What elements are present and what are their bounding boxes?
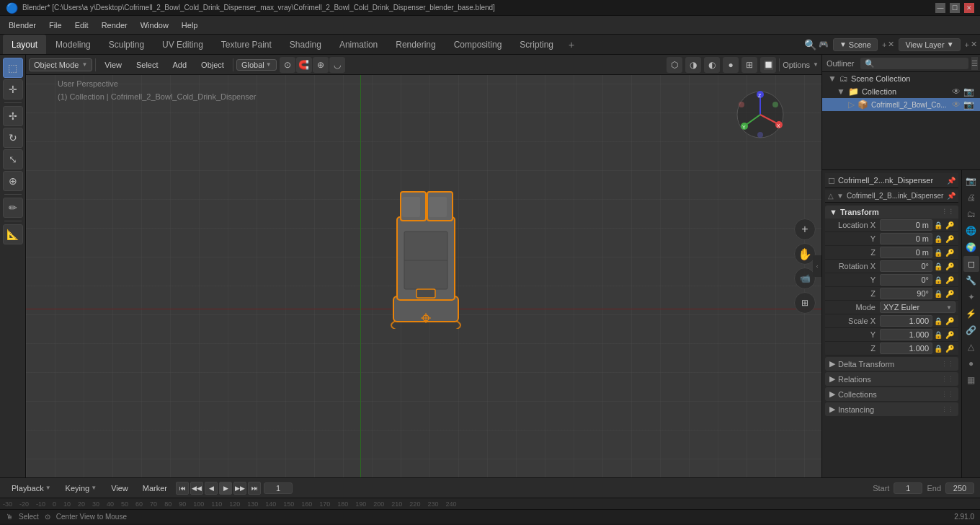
rotation-y-animate-icon[interactable]: 🔑 xyxy=(945,276,956,284)
scale-y-lock-icon[interactable]: 🔒 xyxy=(934,331,944,339)
view-layer-props-button[interactable]: 🗂 xyxy=(963,206,979,222)
rotation-z-lock-icon[interactable]: 🔒 xyxy=(934,290,944,298)
rotation-y-lock-icon[interactable]: 🔒 xyxy=(934,276,944,284)
viewport[interactable]: Object Mode ▼ View Select Add Object Glo… xyxy=(26,55,821,477)
modifier-props-button[interactable]: 🔧 xyxy=(963,273,979,288)
tab-shading[interactable]: Shading xyxy=(281,35,330,54)
transform-orientation-select[interactable]: Global ▼ xyxy=(236,59,277,71)
panel-collapse-button[interactable]: ‹ xyxy=(813,255,821,277)
select-menu-button[interactable]: Select xyxy=(130,59,164,71)
scale-x-animate-icon[interactable]: 🔑 xyxy=(945,317,956,325)
options-label[interactable]: Options xyxy=(783,61,810,69)
add-workspace-button[interactable]: + xyxy=(563,37,580,53)
render-props-button[interactable]: 📷 xyxy=(963,173,979,189)
physics-props-button[interactable]: ⚡ xyxy=(963,306,979,322)
object-pin-icon[interactable]: 📌 xyxy=(947,177,956,185)
location-z-value[interactable]: 0 m xyxy=(880,247,932,258)
annotate-tool[interactable]: ✏ xyxy=(3,198,23,218)
scene-props-button[interactable]: 🌐 xyxy=(963,223,979,239)
location-z-lock-icon[interactable]: 🔒 xyxy=(934,249,944,257)
snap-button[interactable]: 🧲 xyxy=(296,57,312,73)
object-data-dropdown-icon[interactable]: ▼ xyxy=(837,192,844,200)
material-props-button[interactable]: ● xyxy=(963,356,979,371)
scene-tab[interactable]: ▼ Scene xyxy=(833,38,878,51)
scale-y-value[interactable]: 1.000 xyxy=(880,329,932,340)
tab-layout[interactable]: Layout xyxy=(3,35,46,54)
add-menu-button[interactable]: Add xyxy=(167,59,193,71)
texture-props-button[interactable]: ▦ xyxy=(963,372,979,388)
scale-y-animate-icon[interactable]: 🔑 xyxy=(945,331,956,339)
close-button[interactable]: ✕ xyxy=(964,3,974,13)
timeline-numbers[interactable]: -30 -20 -10 0 10 20 30 40 50 60 70 80 90… xyxy=(0,498,980,509)
current-frame-input[interactable]: 1 xyxy=(264,482,293,494)
scale-tool[interactable]: ⤡ xyxy=(3,149,23,169)
timeline-view-button[interactable]: View xyxy=(105,482,134,494)
cursor-tool[interactable]: ✛ xyxy=(3,79,23,100)
location-x-animate-icon[interactable]: 🔑 xyxy=(945,221,956,229)
menu-window[interactable]: Window xyxy=(135,19,174,31)
object-data-props-button[interactable]: △ xyxy=(963,339,979,355)
menu-blender[interactable]: Blender xyxy=(3,19,42,31)
jump-end-button[interactable]: ⏭ xyxy=(248,482,261,495)
rotation-x-animate-icon[interactable]: 🔑 xyxy=(945,262,956,270)
rotate-tool[interactable]: ↻ xyxy=(3,128,23,148)
viewport-axis-gizmo[interactable]: Z X Y xyxy=(735,89,785,140)
location-y-lock-icon[interactable]: 🔒 xyxy=(934,235,944,243)
play-button[interactable]: ▶ xyxy=(219,482,232,495)
location-x-lock-icon[interactable]: 🔒 xyxy=(934,221,944,229)
tab-texture-paint[interactable]: Texture Paint xyxy=(213,35,280,54)
outliner-search-input[interactable] xyxy=(860,58,968,69)
location-y-animate-icon[interactable]: 🔑 xyxy=(945,235,956,243)
prev-frame-button[interactable]: ◀ xyxy=(205,482,218,495)
marker-button[interactable]: Marker xyxy=(137,482,173,494)
scale-x-value[interactable]: 1.000 xyxy=(880,315,932,327)
outliner-scene-collection[interactable]: ▼ 🗂 Scene Collection xyxy=(822,72,980,85)
viewport-shading-render-button[interactable]: ● xyxy=(723,57,739,73)
menu-edit[interactable]: Edit xyxy=(69,19,94,31)
select-box-tool[interactable]: ⬚ xyxy=(3,58,23,78)
maximize-button[interactable]: ☐ xyxy=(950,3,960,13)
menu-file[interactable]: File xyxy=(43,19,68,31)
particles-props-button[interactable]: ✦ xyxy=(963,289,979,305)
move-tool[interactable]: ✢ xyxy=(3,106,23,126)
measure-tool[interactable]: 📐 xyxy=(3,224,23,244)
tab-scripting[interactable]: Scripting xyxy=(511,35,562,54)
location-z-animate-icon[interactable]: 🔑 xyxy=(945,249,956,257)
object-render-icon[interactable]: 📷 xyxy=(963,100,974,110)
scale-z-lock-icon[interactable]: 🔒 xyxy=(934,345,944,353)
object-props-button[interactable]: ◻ xyxy=(963,256,979,272)
scale-z-animate-icon[interactable]: 🔑 xyxy=(945,345,956,353)
outliner-object[interactable]: ▷ 📦 Cofrimell_2_Bowl_Co... 👁 📷 xyxy=(822,98,980,111)
tab-uv-editing[interactable]: UV Editing xyxy=(153,35,212,54)
rotation-z-value[interactable]: 90° xyxy=(880,288,932,299)
zoom-in-button[interactable]: + xyxy=(794,219,816,240)
rotation-mode-dropdown[interactable]: XYZ Euler ▼ xyxy=(880,301,956,313)
tab-compositing[interactable]: Compositing xyxy=(445,35,511,54)
output-props-button[interactable]: 🖨 xyxy=(963,190,979,206)
view-menu-button[interactable]: View xyxy=(99,59,128,71)
object-menu-button[interactable]: Object xyxy=(195,59,230,71)
rotation-x-value[interactable]: 0° xyxy=(880,260,932,272)
minimize-button[interactable]: — xyxy=(935,3,945,13)
prev-keyframe-button[interactable]: ◀◀ xyxy=(190,482,203,495)
viewport-shading-look-button[interactable]: ◐ xyxy=(704,57,720,73)
collections-header[interactable]: ▶ Collections ⋮⋮ xyxy=(825,387,958,401)
transform-tool[interactable]: ⊕ xyxy=(3,171,23,191)
transform-section-header[interactable]: ▼ Transform ⋮⋮ xyxy=(825,206,958,219)
pivot-point-button[interactable]: ⊙ xyxy=(280,57,295,73)
tab-sculpting[interactable]: Sculpting xyxy=(100,35,153,54)
scale-x-lock-icon[interactable]: 🔒 xyxy=(934,317,944,325)
world-props-button[interactable]: 🌍 xyxy=(963,239,979,255)
collection-render-icon[interactable]: 📷 xyxy=(963,87,974,97)
view-layer-tab[interactable]: View Layer ▼ xyxy=(899,38,960,51)
menu-render[interactable]: Render xyxy=(96,19,133,31)
proportional-falloff-button[interactable]: ◡ xyxy=(329,57,345,73)
object-mode-select[interactable]: Object Mode ▼ xyxy=(29,58,92,71)
proportional-edit-button[interactable]: ⊕ xyxy=(313,57,329,73)
rotation-y-value[interactable]: 0° xyxy=(880,274,932,286)
viewport-shading-solid-button[interactable]: ◑ xyxy=(685,57,701,73)
relations-header[interactable]: ▶ Relations ⋮⋮ xyxy=(825,372,958,386)
scale-z-value[interactable]: 1.000 xyxy=(880,343,932,354)
end-frame-input[interactable] xyxy=(945,482,974,494)
constraints-props-button[interactable]: 🔗 xyxy=(963,322,979,338)
